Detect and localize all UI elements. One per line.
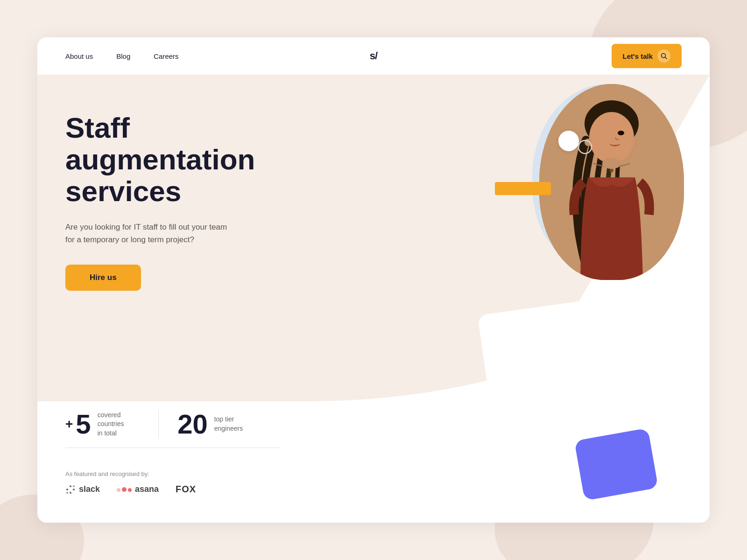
nav-careers[interactable]: Careers <box>154 52 178 60</box>
hero-content: Staff augmentation services Are you look… <box>65 75 308 291</box>
fox-wordmark: FOX <box>176 484 196 494</box>
slack-wordmark: slack <box>79 484 100 494</box>
slack-icon <box>65 484 76 495</box>
svg-rect-15 <box>66 492 68 494</box>
featured-label: As featured and recognised by: <box>65 470 196 477</box>
deco-orange-bar <box>495 182 551 195</box>
hero-title-line3: services <box>65 175 181 207</box>
svg-rect-12 <box>70 485 71 487</box>
stat-countries-prefix: + <box>65 417 73 432</box>
main-window: About us Blog Careers s/ Let's talk <box>37 37 710 523</box>
navbar: About us Blog Careers s/ Let's talk <box>37 37 710 75</box>
svg-point-10 <box>602 158 621 169</box>
hero-image-inner <box>539 84 684 280</box>
svg-point-5 <box>589 112 634 163</box>
asana-wordmark: asana <box>135 484 159 494</box>
hero-title-line2: augmentation <box>65 143 255 175</box>
asana-logo: asana <box>117 484 159 494</box>
lets-talk-button[interactable]: Let's talk <box>612 44 682 68</box>
deco-circle <box>558 131 579 151</box>
stat-engineers: 20 top tier engineers <box>177 411 261 438</box>
featured-logos: slack asana FOX <box>65 484 196 495</box>
asana-icon <box>117 487 132 492</box>
nav-links: About us Blog Careers <box>65 52 179 60</box>
asana-dot-top <box>122 487 127 492</box>
stat-countries-label: covered countries in total <box>98 411 140 438</box>
hire-us-button[interactable]: Hire us <box>65 265 141 291</box>
hero-subtitle: Are you looking for IT staff to fill out… <box>65 221 233 246</box>
nav-blog[interactable]: Blog <box>116 52 130 60</box>
svg-rect-11 <box>66 489 68 490</box>
nav-about[interactable]: About us <box>65 52 93 60</box>
lets-talk-label: Let's talk <box>623 52 653 60</box>
site-logo[interactable]: s/ <box>370 50 377 62</box>
svg-point-6 <box>618 131 624 135</box>
svg-rect-14 <box>70 492 71 494</box>
hero-title-line1: Staff <box>65 112 130 144</box>
hero-title: Staff augmentation services <box>65 112 308 208</box>
slack-logo: slack <box>65 484 100 495</box>
svg-rect-13 <box>73 489 75 490</box>
nav-right: Let's talk <box>612 44 682 68</box>
hero-person-image <box>539 84 684 280</box>
stat-divider <box>158 410 159 438</box>
asana-dot-right <box>128 488 132 492</box>
svg-point-9 <box>610 168 613 172</box>
hero-section: Staff augmentation services Are you look… <box>37 75 710 523</box>
stat-countries: + 5 covered countries in total <box>65 411 158 438</box>
svg-rect-16 <box>73 485 75 487</box>
stat-engineers-label: top tier engineers <box>214 415 243 433</box>
svg-line-1 <box>665 57 667 59</box>
stats-row: + 5 covered countries in total 20 top ti… <box>65 410 280 448</box>
featured-section: As featured and recognised by: <box>65 470 196 495</box>
search-icon <box>657 49 670 63</box>
asana-dot-left <box>117 488 120 492</box>
fox-logo: FOX <box>176 484 196 495</box>
stat-engineers-number: 20 <box>177 411 208 438</box>
stats-section: + 5 covered countries in total 20 top ti… <box>65 410 682 448</box>
stat-countries-number: 5 <box>76 411 91 438</box>
